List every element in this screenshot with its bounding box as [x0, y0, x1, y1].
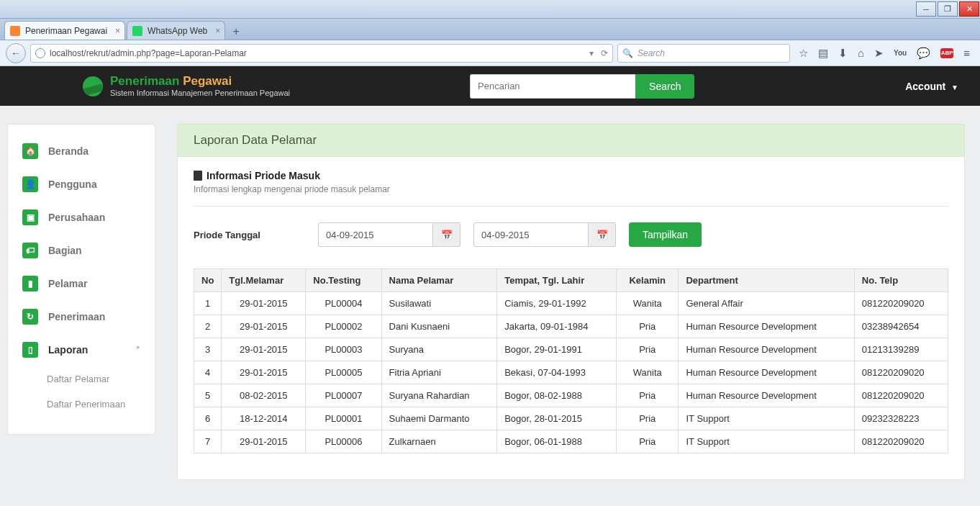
cell-dept: Human Resource Development: [679, 338, 854, 361]
cell-testing: PL00007: [306, 384, 381, 407]
th-dept: Department: [679, 269, 854, 292]
account-menu[interactable]: Account ▼: [905, 81, 958, 92]
app-brand: Penerimaan Pegawai Sistem Informasi Mana…: [110, 74, 290, 97]
app-search-input[interactable]: [470, 74, 635, 99]
library-icon[interactable]: ▤: [818, 47, 828, 60]
cell-kelamin: Pria: [617, 384, 679, 407]
cell-kelamin: Pria: [617, 338, 679, 361]
cell-ttl: Bogor, 29-01-1991: [497, 338, 617, 361]
cell-testing: PL00002: [306, 315, 381, 338]
cell-nama: Dani Kusnaeni: [381, 315, 497, 338]
cell-no: 5: [194, 384, 222, 407]
date-from-input[interactable]: [318, 222, 433, 247]
cell-dept: IT Support: [679, 407, 854, 430]
youtube-icon[interactable]: You: [894, 49, 907, 57]
sidebar-item-label: Pelamar: [48, 278, 87, 289]
cell-dept: Human Resource Development: [679, 315, 854, 338]
sidebar-item-perusahaan[interactable]: ▣ Perusahaan: [8, 201, 155, 234]
cell-testing: PL00001: [306, 407, 381, 430]
cell-nama: Zulkarnaen: [381, 430, 497, 453]
sidebar-item-label: Beranda: [48, 145, 89, 157]
cell-ttl: Bogor, 28-01-2015: [497, 407, 617, 430]
cell-dept: Human Resource Development: [679, 361, 854, 384]
table-header-row: No Tgl.Melamar No.Testing Nama Pelamar T…: [194, 269, 948, 292]
send-icon[interactable]: ➤: [874, 47, 884, 60]
cell-ttl: Bekasi, 07-04-1993: [497, 361, 617, 384]
filter-row: Priode Tanggal 📅 📅 Tampilkan: [194, 222, 948, 247]
table-row: 618-12-2014PL00001Suhaemi DarmantoBogor,…: [194, 407, 948, 430]
th-testing: No.Testing: [306, 269, 381, 292]
downloads-icon[interactable]: ⬇: [838, 47, 848, 60]
th-nama: Nama Pelamar: [381, 269, 497, 292]
cell-telp: 09232328223: [854, 407, 948, 430]
cell-kelamin: Pria: [617, 407, 679, 430]
reload-icon[interactable]: ⟳: [601, 48, 608, 58]
sidebar-item-bagian[interactable]: 🏷 Bagian: [8, 234, 155, 267]
browser-address-bar: ← localhost/rekrut/admin.php?page=Lapora…: [0, 40, 980, 66]
brand-word-b: Pegawai: [183, 74, 232, 88]
toolbar-icons: ☆ ▤ ⬇ ⌂ ➤ You 💬 ABP ≡: [794, 47, 974, 60]
page-title: Laporan Data Pelamar: [194, 133, 948, 148]
window-close-button[interactable]: ✕: [959, 1, 979, 17]
brand-word-a: Penerimaan: [110, 74, 179, 88]
sidebar-item-penerimaan[interactable]: ↻ Penerimaan: [8, 300, 155, 333]
browser-tab[interactable]: WhatsApp Web ×: [127, 21, 225, 40]
browser-search-input[interactable]: 🔍 Search: [617, 44, 790, 63]
cell-nama: Susilawati: [381, 292, 497, 315]
th-ttl: Tempat, Tgl. Lahir: [497, 269, 617, 292]
sidebar-item-laporan[interactable]: ▯ Laporan ˄: [8, 333, 155, 366]
reader-mode-icon[interactable]: ▾: [589, 48, 594, 58]
bookmark-star-icon[interactable]: ☆: [799, 47, 808, 60]
new-tab-button[interactable]: +: [227, 24, 245, 40]
sidebar-sub-daftar-penerimaan[interactable]: Daftar Penerimaan: [8, 392, 155, 417]
url-input[interactable]: localhost/rekrut/admin.php?page=Laporan-…: [30, 44, 613, 63]
calendar-icon[interactable]: 📅: [589, 222, 616, 247]
applicants-table: No Tgl.Melamar No.Testing Nama Pelamar T…: [194, 268, 948, 453]
table-row: 508-02-2015PL00007Suryana RahardianBogor…: [194, 384, 948, 407]
table-row: 729-01-2015PL00006ZulkarnaenBogor, 06-01…: [194, 430, 948, 453]
tab-favicon: [10, 26, 20, 36]
cell-tgl: 29-01-2015: [222, 430, 306, 453]
nav-back-button[interactable]: ←: [6, 43, 26, 63]
hamburger-menu-icon[interactable]: ≡: [963, 47, 970, 59]
tab-close-icon[interactable]: ×: [115, 22, 120, 40]
window-maximize-button[interactable]: ❐: [938, 1, 958, 17]
calendar-icon[interactable]: 📅: [433, 222, 460, 247]
th-telp: No. Telp: [854, 269, 948, 292]
cell-ttl: Bogor, 08-02-1988: [497, 384, 617, 407]
home-icon[interactable]: ⌂: [858, 47, 864, 59]
section-heading: Informasi Priode Masuk: [194, 170, 948, 181]
search-icon: 🔍: [622, 48, 633, 58]
window-minimize-button[interactable]: ─: [916, 1, 936, 17]
sidebar: 🏠 Beranda 👤 Pengguna ▣ Perusahaan 🏷 Bagi…: [7, 124, 155, 435]
sidebar-item-beranda[interactable]: 🏠 Beranda: [8, 135, 155, 168]
cell-no: 3: [194, 338, 222, 361]
cell-tgl: 29-01-2015: [222, 315, 306, 338]
sidebar-item-pengguna[interactable]: 👤 Pengguna: [8, 168, 155, 201]
browser-tab-active[interactable]: Penerimaan Pegawai ×: [4, 21, 125, 40]
sidebar-item-pelamar[interactable]: ▮ Pelamar: [8, 267, 155, 300]
chat-icon[interactable]: 💬: [917, 47, 930, 60]
sidebar-sub-daftar-pelamar[interactable]: Daftar Pelamar: [8, 366, 155, 392]
tab-close-icon[interactable]: ×: [215, 22, 220, 40]
cell-dept: IT Support: [679, 430, 854, 453]
adblock-icon[interactable]: ABP: [940, 48, 953, 58]
show-button[interactable]: Tampilkan: [629, 222, 702, 247]
cell-telp: 081220209020: [854, 292, 948, 315]
cell-tgl: 29-01-2015: [222, 361, 306, 384]
tab-favicon: [132, 26, 142, 36]
brand-subtitle: Sistem Informasi Manajemen Penerimaan Pe…: [110, 89, 290, 98]
section-title: Informasi Priode Masuk: [207, 170, 320, 181]
cell-kelamin: Wanita: [617, 361, 679, 384]
date-to-input[interactable]: [473, 222, 589, 247]
th-tgl: Tgl.Melamar: [222, 269, 306, 292]
cell-kelamin: Pria: [617, 430, 679, 453]
cell-ttl: Jakarta, 09-01-1984: [497, 315, 617, 338]
cell-no: 4: [194, 361, 222, 384]
tag-icon: 🏷: [22, 243, 38, 258]
app-search-button[interactable]: Search: [635, 74, 694, 99]
sidebar-item-label: Perusahaan: [48, 212, 105, 223]
globe-icon: [35, 48, 45, 58]
date-from-group: 📅: [318, 222, 460, 247]
cell-tgl: 08-02-2015: [222, 384, 306, 407]
